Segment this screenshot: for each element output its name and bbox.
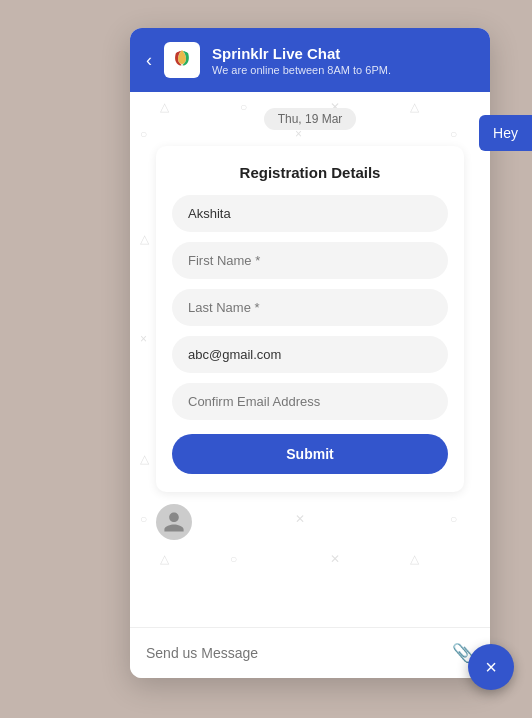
name-field[interactable]	[172, 195, 448, 232]
registration-card: Registration Details Submit	[156, 146, 464, 492]
user-icon	[162, 510, 186, 534]
email-field[interactable]	[172, 336, 448, 373]
brand-logo	[164, 42, 200, 78]
message-input[interactable]	[146, 645, 442, 661]
registration-title: Registration Details	[172, 164, 448, 181]
last-name-field[interactable]	[172, 289, 448, 326]
close-fab[interactable]: ×	[468, 644, 514, 690]
header-text: Sprinklr Live Chat We are online between…	[212, 45, 474, 76]
chat-widget: ‹ Sprinklr Live Chat We are online betwe…	[130, 28, 490, 678]
confirm-email-field[interactable]	[172, 383, 448, 420]
close-icon: ×	[485, 657, 497, 677]
header-title: Sprinklr Live Chat	[212, 45, 474, 62]
date-text: Thu, 19 Mar	[264, 108, 357, 130]
submit-button[interactable]: Submit	[172, 434, 448, 474]
chat-body: △ ○ ✕ △ ○ × ○ △ × △ △ × × △ △ ○ ✕ ○ △ ○ …	[130, 92, 490, 627]
chat-header: ‹ Sprinklr Live Chat We are online betwe…	[130, 28, 490, 92]
avatar-row	[146, 504, 474, 540]
hey-tab[interactable]: Hey	[479, 115, 532, 151]
header-subtitle: We are online between 8AM to 6PM.	[212, 64, 474, 76]
date-pill: Thu, 19 Mar	[146, 108, 474, 130]
chat-footer: 📎	[130, 627, 490, 678]
avatar	[156, 504, 192, 540]
first-name-field[interactable]	[172, 242, 448, 279]
back-button[interactable]: ‹	[146, 51, 152, 69]
